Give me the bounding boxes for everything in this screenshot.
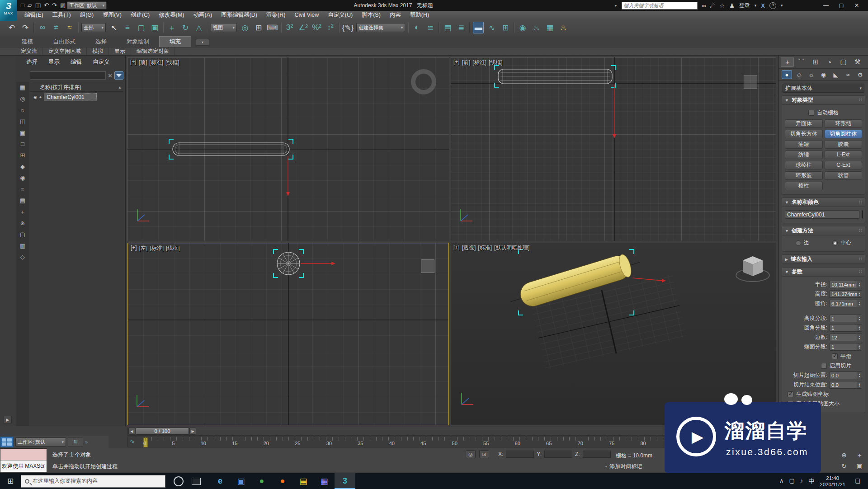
parameter-spinner[interactable]: 12▲▼ [830, 334, 862, 341]
viewport-layout-button[interactable] [0, 437, 14, 447]
tab-motion[interactable]: ◔ [823, 57, 836, 67]
next-frame-button[interactable]: ▶ [189, 428, 196, 435]
cat-helpers[interactable]: ◣ [830, 70, 841, 79]
orbit-icon[interactable]: ↻ [836, 461, 852, 471]
undo-icon[interactable]: ↶ [44, 2, 49, 9]
explorer-menu-item[interactable]: 显示 [44, 58, 64, 66]
task-view-icon[interactable] [192, 478, 201, 485]
object-type-button[interactable]: 胶囊 [825, 140, 863, 149]
search-icon[interactable]: ∞ [702, 2, 705, 9]
notification-center-icon[interactable]: ❏ [851, 478, 864, 484]
isolate-selection-toggle-icon[interactable]: ◎ [466, 450, 476, 458]
viewport-label-part[interactable]: [线框] [489, 59, 503, 66]
filter-icon[interactable] [114, 71, 123, 80]
select-object-icon[interactable]: ↖ [108, 22, 119, 33]
viewport-label-part[interactable]: [左] [139, 244, 148, 252]
add-icon[interactable]: ＋ [18, 208, 28, 216]
cat-cameras[interactable]: ◉ [818, 70, 829, 79]
parameter-spinner[interactable]: 141.374mm▲▼ [830, 290, 862, 298]
rendered-frame-icon[interactable]: ▦ [544, 22, 555, 33]
keyboard-shortcut-icon[interactable]: ⌨ [267, 22, 278, 33]
viewport-label-part[interactable]: [线框] [165, 59, 179, 66]
align-icon[interactable]: ≅ [425, 22, 436, 33]
tab-utilities[interactable]: ⚒ [851, 57, 864, 67]
flyout-arrow-button[interactable]: ▶ [4, 416, 12, 424]
viewport-label-part[interactable]: [前] [462, 59, 471, 66]
time-tag-button[interactable]: ◔ 添加时间标记 [604, 463, 642, 470]
favorites-star-icon[interactable]: ☆ [719, 2, 725, 9]
communication-center-icon[interactable]: ☄ [710, 2, 715, 9]
taskbar-search-box[interactable]: 在这里输入你要搜索的内容 [21, 475, 165, 488]
menu-item[interactable]: 创建(C) [126, 11, 154, 19]
menu-item[interactable]: 自定义(U) [323, 11, 357, 19]
selection-lock-toggle-icon[interactable]: ⊡ [479, 450, 489, 458]
spinner-arrows-icon[interactable]: ▲▼ [857, 300, 862, 307]
display-containers-icon[interactable]: ▤ [18, 197, 28, 205]
visibility-eye-icon[interactable]: ◉ [33, 95, 37, 99]
menu-item[interactable]: 图形编辑器(D) [217, 11, 262, 19]
display-lights-icon[interactable]: ☼ [18, 106, 28, 114]
select-link-icon[interactable]: ∞ [37, 22, 48, 33]
ribbon-subtab[interactable]: 定义空闲区域 [43, 47, 87, 55]
layers-button[interactable]: ≋ [68, 437, 83, 447]
maxscript-mini-listener[interactable]: 欢迎使用 MAXScr [0, 448, 47, 472]
viewport-front[interactable]: [+][前][标准][线框] [451, 57, 776, 241]
maximize-button[interactable]: ▢ [834, 1, 849, 10]
taskbar-3dsmax-icon[interactable]: 3 [335, 473, 355, 489]
viewport-left[interactable]: [+][左][标准][线框] [127, 243, 449, 425]
bone-icon[interactable]: ◇ [18, 253, 28, 261]
viewport-label-part[interactable]: [线框] [166, 244, 180, 252]
ribbon-toggle-icon[interactable]: ▬ [473, 22, 484, 33]
explorer-menu-item[interactable]: 自定义 [88, 58, 114, 66]
spinner-arrows-icon[interactable]: ▲▼ [857, 291, 862, 297]
parameter-spinner[interactable]: 10.114mm▲▼ [830, 281, 862, 288]
start-button[interactable]: ⊞ [0, 476, 21, 486]
sign-in-label[interactable]: 登录 [739, 2, 750, 9]
object-type-button[interactable]: 切角长方体 [785, 130, 823, 138]
ribbon-tab[interactable]: 自由形式 [43, 37, 85, 47]
cat-shapes[interactable]: ◇ [794, 70, 804, 79]
parameter-spinner[interactable]: 1▲▼ [830, 324, 862, 332]
viewport-label-part[interactable]: [标准] [478, 244, 492, 252]
project-folder-icon[interactable]: ▨ [60, 2, 66, 9]
explorer-search-input[interactable] [30, 71, 106, 80]
viewport-label-part[interactable]: [顶] [139, 59, 147, 66]
new-file-icon[interactable]: □ [21, 2, 24, 9]
object-type-button[interactable]: C-Ext [825, 161, 863, 169]
workspace-dropdown[interactable]: 工作区: 默认▾ [67, 1, 107, 9]
maxscript-macro-recorder[interactable] [0, 449, 47, 461]
scene-object-row[interactable]: ◉ ● ChamferCyl001 [30, 93, 123, 102]
workspace-dropdown-bottom[interactable]: 工作区: 默认▾ [15, 437, 66, 447]
cat-geometry[interactable]: ● [782, 70, 792, 79]
viewcube-left[interactable] [421, 259, 434, 273]
pin-icon[interactable]: ※ [18, 219, 28, 227]
layer-explorer-toggle-icon[interactable]: ≣ [456, 22, 467, 33]
viewport-label-part[interactable]: [+] [131, 244, 137, 252]
explorer-sort-header[interactable]: 名称(按升序排序) ▲ [30, 83, 123, 92]
tray-display-icon[interactable]: ▢ [789, 477, 795, 485]
user-icon[interactable]: ♟ [729, 2, 735, 9]
help-search-input[interactable] [622, 2, 698, 9]
rollout-header[interactable]: ▼创建方法∷ [782, 226, 865, 235]
viewcube-front[interactable] [744, 75, 757, 89]
menu-item[interactable]: 内容 [385, 11, 406, 19]
object-type-button[interactable]: 切角圆柱体 [825, 130, 863, 138]
select-scale-icon[interactable]: △ [193, 22, 204, 33]
redo-icon[interactable]: ↷ [52, 2, 57, 9]
display-groups-icon[interactable]: ◆ [18, 163, 28, 171]
rollout-header[interactable]: ▼对象类型∷ [782, 96, 865, 105]
cortana-icon[interactable] [174, 476, 184, 486]
taskbar-app6-icon[interactable]: ▦ [314, 473, 335, 489]
explorer-menu-item[interactable]: 选择 [22, 58, 42, 66]
open-file-icon[interactable]: ▱ [28, 2, 32, 9]
ribbon-minimize-dropdown[interactable]: ▾ [196, 39, 209, 46]
ribbon-tab[interactable]: 建模 [12, 37, 43, 47]
scene-explorer-toggle-icon[interactable]: ▤ [442, 22, 453, 33]
menu-item[interactable]: 动画(A) [189, 11, 217, 19]
menu-item[interactable]: 组(G) [75, 11, 99, 19]
unlink-icon[interactable]: ≠ [51, 22, 61, 33]
object-type-button[interactable]: L-Ext [825, 150, 863, 159]
reference-coordinate-dropdown[interactable]: 视图▾ [211, 23, 237, 32]
display-materials-icon[interactable]: ≡ [18, 185, 28, 193]
zoom-icon[interactable]: ⊕ [836, 450, 852, 461]
